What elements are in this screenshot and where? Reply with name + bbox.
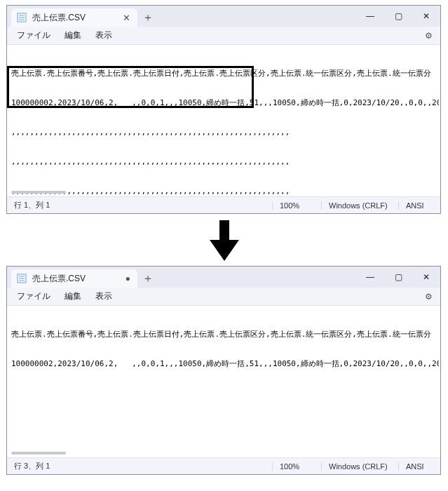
text-line: ,,,,,,,,,,,,,,,,,,,,,,,,,,,,,,,,,,,,,,,,… (11, 187, 439, 196)
menu-view[interactable]: 表示 (90, 289, 118, 304)
text-line: 売上伝票.売上伝票番号,売上伝票.売上伝票日付,売上伝票.売上伝票区分,売上伝票… (11, 330, 439, 339)
status-zoom[interactable]: 100% (272, 201, 321, 210)
settings-gear-icon[interactable]: ⚙ (421, 31, 436, 41)
menu-file[interactable]: ファイル (11, 289, 56, 304)
menubar: ファイル 編集 表示 ⚙ (7, 27, 440, 45)
titlebar[interactable]: 売上伝票.CSV ● ＋ — ▢ ✕ (7, 267, 440, 288)
menu-file[interactable]: ファイル (11, 28, 56, 43)
status-zoom[interactable]: 100% (272, 462, 321, 471)
text-line: ,,,,,,,,,,,,,,,,,,,,,,,,,,,,,,,,,,,,,,,,… (11, 157, 439, 167)
tab-dirty-indicator-icon: ● (125, 274, 130, 283)
statusbar: 行 3、列 1 100% Windows (CRLF) ANSI (7, 457, 440, 474)
menubar: ファイル 編集 表示 ⚙ (7, 288, 440, 306)
text-line: 売上伝票.売上伝票番号,売上伝票.売上伝票日付,売上伝票.売上伝票区分,売上伝票… (11, 69, 439, 79)
tab-title: 売上伝票.CSV (32, 273, 120, 285)
tab-close-icon[interactable]: ✕ (123, 13, 130, 23)
tab-active[interactable]: 売上伝票.CSV ✕ (11, 8, 137, 27)
close-window-button[interactable]: ✕ (412, 267, 440, 288)
status-encoding: ANSI (398, 201, 440, 210)
menu-view[interactable]: 表示 (90, 28, 118, 43)
notepad-file-icon (17, 13, 27, 22)
statusbar: 行 1、列 1 100% Windows (CRLF) ANSI (7, 196, 440, 213)
titlebar-drag-area[interactable] (158, 267, 356, 288)
status-line-ending: Windows (CRLF) (321, 201, 398, 210)
text-editor-area[interactable]: 売上伝票.売上伝票番号,売上伝票.売上伝票日付,売上伝票.売上伝票区分,売上伝票… (7, 45, 440, 196)
horizontal-scrollbar-thumb[interactable] (11, 452, 66, 455)
notepad-file-icon (17, 274, 27, 283)
menu-edit[interactable]: 編集 (59, 289, 87, 304)
status-line-ending: Windows (CRLF) (321, 462, 398, 471)
tab-title: 売上伝票.CSV (32, 12, 117, 24)
minimize-button[interactable]: — (356, 6, 384, 27)
window-controls: — ▢ ✕ (356, 6, 440, 27)
new-tab-button[interactable]: ＋ (137, 269, 158, 288)
notepad-window-after: 売上伝票.CSV ● ＋ — ▢ ✕ ファイル 編集 表示 ⚙ 売上伝票.売上伝… (6, 266, 441, 475)
titlebar-drag-area[interactable] (158, 6, 356, 27)
text-editor-area[interactable]: 売上伝票.売上伝票番号,売上伝票.売上伝票日付,売上伝票.売上伝票区分,売上伝票… (7, 306, 440, 457)
text-line: 100000002,2023/10/06,2, ,,0,0,1,,,10050,… (11, 98, 439, 108)
window-controls: — ▢ ✕ (356, 267, 440, 288)
status-encoding: ANSI (398, 462, 440, 471)
text-line: 100000002,2023/10/06,2, ,,0,0,1,,,10050,… (11, 359, 439, 369)
close-window-button[interactable]: ✕ (412, 6, 440, 27)
horizontal-scrollbar-thumb[interactable] (11, 191, 66, 194)
new-tab-button[interactable]: ＋ (137, 8, 158, 27)
tab-strip: 売上伝票.CSV ● ＋ (7, 267, 158, 288)
tab-active[interactable]: 売上伝票.CSV ● (11, 269, 137, 288)
text-line: ,,,,,,,,,,,,,,,,,,,,,,,,,,,,,,,,,,,,,,,,… (11, 128, 439, 137)
tab-strip: 売上伝票.CSV ✕ ＋ (7, 6, 158, 27)
maximize-button[interactable]: ▢ (384, 6, 412, 27)
titlebar[interactable]: 売上伝票.CSV ✕ ＋ — ▢ ✕ (7, 6, 440, 27)
maximize-button[interactable]: ▢ (384, 267, 412, 288)
status-caret-position: 行 3、列 1 (7, 461, 77, 471)
settings-gear-icon[interactable]: ⚙ (421, 292, 436, 302)
minimize-button[interactable]: — (356, 267, 384, 288)
status-caret-position: 行 1、列 1 (7, 200, 77, 210)
down-arrow-icon (210, 220, 239, 261)
menu-edit[interactable]: 編集 (59, 28, 87, 43)
notepad-window-before: 売上伝票.CSV ✕ ＋ — ▢ ✕ ファイル 編集 表示 ⚙ 売上伝票.売上伝… (6, 5, 441, 214)
